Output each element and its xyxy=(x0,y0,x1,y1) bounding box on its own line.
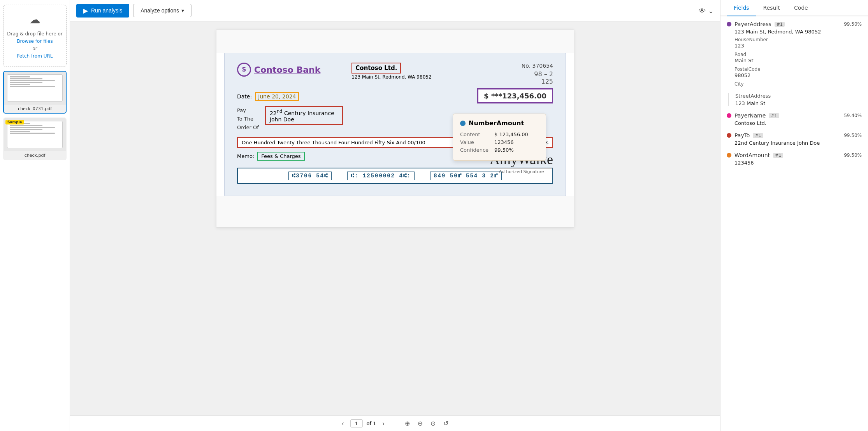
street-address-label: StreetAddress xyxy=(735,93,771,99)
street-address-value: 123 Main St xyxy=(735,100,862,106)
subfield-postalcode: PostalCode 98052 xyxy=(734,67,862,78)
amount-tooltip: NumberAmount Content $ 123,456.00 Value … xyxy=(453,114,546,161)
toolbar: ▶ Run analysis Analyze options ▾ 👁 ⌄ xyxy=(70,0,720,21)
tooltip-row-2: Confidence 99.50% xyxy=(460,147,539,153)
word-amount-label: WordAmount xyxy=(734,152,770,158)
tab-fields[interactable]: Fields xyxy=(727,0,756,16)
amount-value: ***123,456.00 xyxy=(491,92,546,100)
word-amount: One Hundred Twenty-Three Thousand Four H… xyxy=(242,140,425,145)
drag-text: Drag & drop file here or xyxy=(7,31,62,37)
pay-to-badge: #1 xyxy=(753,133,763,138)
pay-to-confidence: 99.50% xyxy=(844,133,862,138)
check-number: No. 370654 xyxy=(522,63,553,69)
right-panel: Fields Result Code PayerAddress #1 99.50… xyxy=(720,0,868,431)
pay-to-dot xyxy=(727,133,731,138)
tooltip-row-1: Value 123456 xyxy=(460,139,539,145)
payer-name: Contoso Ltd. xyxy=(355,65,397,72)
document-viewer: S Contoso Bank Contoso Ltd. 123 Main St,… xyxy=(70,21,720,415)
page-total: of 1 xyxy=(367,420,376,426)
page-navigation: ‹ of 1 › ⊕ ⊖ ⊙ ↺ xyxy=(70,415,720,431)
page-number-input[interactable] xyxy=(350,419,363,427)
dollar-sign: $ xyxy=(484,92,489,100)
payer-address: 123 Main St, Redmond, WA 98052 xyxy=(351,74,522,80)
payer-address-label: PayerAddress xyxy=(734,21,771,27)
check-page: S Contoso Bank Contoso Ltd. 123 Main St,… xyxy=(216,29,574,228)
chevron-down-icon: ▾ xyxy=(181,7,184,14)
payer-address-subfields: HouseNumber 123 Road Main St PostalCode … xyxy=(727,37,862,87)
micr-routing: ⑆3706 54⑆ xyxy=(288,172,332,180)
payto-name-box: 22nd Century Insurance John Doe xyxy=(265,106,343,125)
file-name-1: check.pdf xyxy=(4,151,66,159)
field-pay-to: PayTo #1 99.50% 22nd Century Insurance J… xyxy=(727,132,862,146)
rotate-button[interactable]: ↺ xyxy=(441,419,451,428)
run-analysis-button[interactable]: ▶ Run analysis xyxy=(76,4,129,18)
signature-label: Authorized Signature xyxy=(490,168,553,174)
fit-page-button[interactable]: ⊙ xyxy=(428,419,438,428)
main-content: ▶ Run analysis Analyze options ▾ 👁 ⌄ S C… xyxy=(70,0,720,431)
date-label: Date: xyxy=(237,93,252,100)
payer-name-label: PayerName xyxy=(734,112,766,119)
tab-result[interactable]: Result xyxy=(756,0,787,16)
payer-name-confidence: 59.40% xyxy=(844,113,862,118)
eye-icon[interactable]: 👁 xyxy=(699,7,706,15)
payer-name-dot xyxy=(727,113,731,118)
analyze-options-button[interactable]: Analyze options ▾ xyxy=(133,4,192,17)
field-word-amount: WordAmount #1 99.50% 123456 xyxy=(727,152,862,166)
fetch-link[interactable]: Fetch from URL xyxy=(17,53,53,59)
browse-link[interactable]: Browse for files xyxy=(17,39,53,44)
micr-account: ⑆: 12500002 4⑆: xyxy=(347,172,415,180)
payer-name-badge: #1 xyxy=(769,113,779,118)
sidebar: ☁ Drag & drop file here or Browse for fi… xyxy=(0,0,70,431)
bank-logo-icon: S xyxy=(237,63,251,77)
check-header-right: No. 370654 98 – 2 125 xyxy=(522,63,553,85)
payer-address-badge: #1 xyxy=(775,22,785,27)
analyze-label: Analyze options xyxy=(141,7,179,14)
panel-tabs: Fields Result Code xyxy=(720,0,868,16)
file-name-0: check_0731.pdf xyxy=(4,105,66,113)
payer-name-value: Contoso Ltd. xyxy=(727,120,862,126)
drop-zone[interactable]: ☁ Drag & drop file here or Browse for fi… xyxy=(3,5,67,67)
next-page-button[interactable]: › xyxy=(380,419,387,428)
pay-to-label: PayTo xyxy=(734,132,750,138)
tab-code[interactable]: Code xyxy=(787,0,815,16)
payer-address-dot xyxy=(727,22,731,26)
upload-icon: ☁ xyxy=(7,11,63,29)
pay-to-value: 22nd Century Insurance John Doe xyxy=(727,140,862,146)
field-payer-address: PayerAddress #1 99.50% 123 Main St, Redm… xyxy=(727,21,862,87)
payer-box: Contoso Ltd. xyxy=(351,63,401,74)
field-payer-name: PayerName #1 59.40% Contoso Ltd. xyxy=(727,112,862,126)
file-thumb-1[interactable]: Sample check.pdf xyxy=(3,117,67,160)
word-amount-badge: #1 xyxy=(773,153,783,158)
tooltip-row-0: Content $ 123,456.00 xyxy=(460,131,539,137)
memo-label: Memo: xyxy=(237,153,254,159)
panel-content: PayerAddress #1 99.50% 123 Main St, Redm… xyxy=(720,16,868,431)
subfield-city: City xyxy=(734,81,862,87)
subfield-housenumber: HouseNumber 123 xyxy=(734,37,862,49)
prev-page-button[interactable]: ‹ xyxy=(339,419,346,428)
zoom-out-button[interactable]: ⊖ xyxy=(415,419,425,428)
bank-name: Contoso Bank xyxy=(254,65,320,75)
field-street-address: StreetAddress 123 Main St xyxy=(728,93,862,106)
fraction: 98 – 2 125 xyxy=(522,70,553,85)
payee-line2: John Doe xyxy=(270,116,294,123)
subfield-road: Road Main St xyxy=(734,52,862,63)
check-content: S Contoso Bank Contoso Ltd. 123 Main St,… xyxy=(224,53,566,196)
payto-label: Pay To The Order Of xyxy=(237,106,259,132)
or-text: or xyxy=(32,46,37,51)
check-no-value: 370654 xyxy=(532,63,553,69)
payer-address-value: 123 Main St, Redmond, WA 98052 xyxy=(727,29,862,35)
tooltip-dot xyxy=(460,121,466,126)
payer-address-confidence: 99.50% xyxy=(844,21,862,27)
amount-box[interactable]: $ ***123,456.00 xyxy=(477,88,553,103)
word-amount-confidence: 99.50% xyxy=(844,152,862,158)
chevron-icon[interactable]: ⌄ xyxy=(708,7,714,15)
file-thumb-0[interactable]: check_0731.pdf xyxy=(3,71,67,114)
run-label: Run analysis xyxy=(91,7,122,14)
no-label: No. xyxy=(522,63,531,69)
tooltip-title: NumberAmount xyxy=(460,119,539,127)
bank-logo: S Contoso Bank xyxy=(237,63,320,77)
word-amount-dot xyxy=(727,153,731,158)
memo-value: Fees & Charges xyxy=(257,152,304,161)
zoom-in-button[interactable]: ⊕ xyxy=(402,419,412,428)
run-icon: ▶ xyxy=(83,7,88,14)
